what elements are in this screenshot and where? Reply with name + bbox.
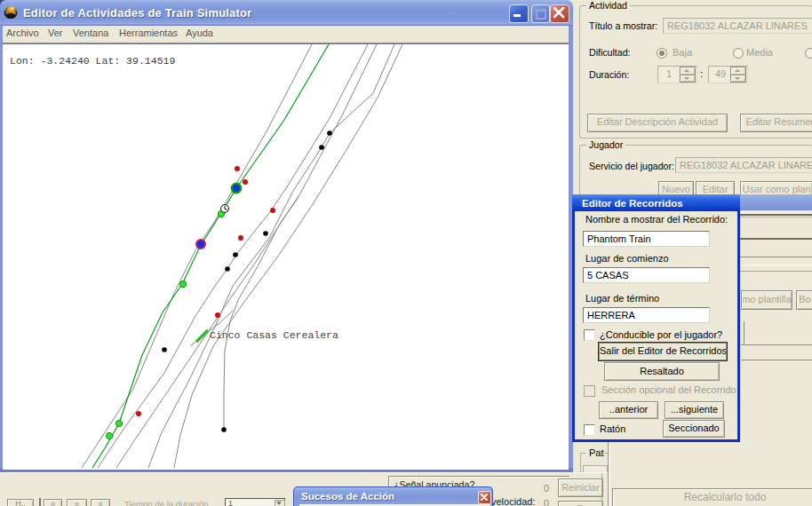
svg-text:Cinco Casas Cerealera: Cinco Casas Cerealera [210, 329, 338, 341]
